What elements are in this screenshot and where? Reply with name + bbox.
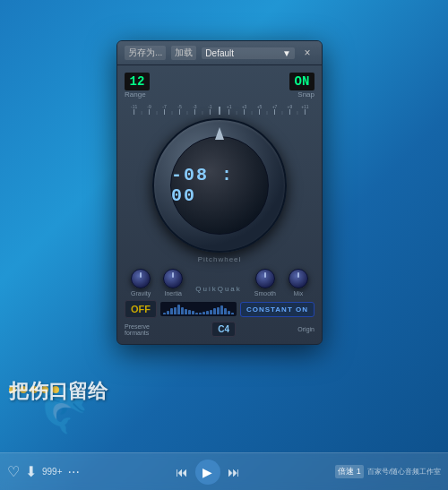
eq-bar xyxy=(231,313,234,314)
range-label: Range xyxy=(125,90,146,99)
pitchwheel-label: Pitchwheel xyxy=(198,255,242,263)
save-as-button[interactable]: 另存为... xyxy=(125,46,166,60)
eq-bar xyxy=(192,311,194,314)
svg-text:-1: -1 xyxy=(208,104,212,109)
dropdown-arrow-icon: ▼ xyxy=(282,48,291,58)
transport-controls: ⏮ ▶ ⏭ xyxy=(176,460,240,485)
svg-text:-9: -9 xyxy=(147,104,151,109)
speed-value: 1 xyxy=(357,467,361,476)
gravity-knob-unit: Gravity xyxy=(131,269,151,297)
knob-area: 12 Range ON Snap -11 -9 -7 -5 -3 xyxy=(117,65,322,344)
svg-text:-7: -7 xyxy=(162,104,167,109)
eq-bar xyxy=(174,307,177,314)
eq-bar xyxy=(181,307,184,314)
eq-bar xyxy=(224,308,227,314)
snap-display[interactable]: ON xyxy=(289,73,314,90)
svg-text:+11: +11 xyxy=(301,104,309,109)
preset-select[interactable]: Default ▼ xyxy=(202,47,295,59)
pitch-knob[interactable]: -08 : 00 xyxy=(152,118,287,253)
bottom-controls-row1: OFF xyxy=(125,300,314,318)
smooth-knob[interactable] xyxy=(255,269,275,288)
eq-bar xyxy=(167,311,169,314)
svg-text:-11: -11 xyxy=(131,104,137,109)
svg-text:-5: -5 xyxy=(177,104,182,109)
bottom-controls-row2: Preserve formants C4 Origin xyxy=(125,322,314,337)
c4-button[interactable]: C4 xyxy=(211,322,236,337)
brand-label: QuikQuak xyxy=(195,285,242,293)
svg-text:+5: +5 xyxy=(257,104,263,109)
gravity-knob[interactable] xyxy=(131,269,151,288)
pitch-display: -08 : 00 xyxy=(171,165,268,206)
brand-area: QuikQuak xyxy=(195,285,242,297)
preset-value: Default xyxy=(205,48,234,58)
small-knobs-row: Gravity Inertia QuikQuak Smooth Mix xyxy=(125,269,314,297)
knob-inner: -08 : 00 xyxy=(170,136,269,235)
preserve-label: Preserve formants xyxy=(125,323,150,336)
svg-text:+1: +1 xyxy=(227,104,232,109)
download-count: 999+ xyxy=(42,467,63,477)
range-control: 12 Range xyxy=(125,73,150,99)
source-label: 百家号/随心音频工作室 xyxy=(367,467,441,477)
eq-bar xyxy=(170,308,173,314)
eq-bar xyxy=(228,311,230,314)
plugin-window: 另存为... 加载 Default ▼ × 12 Range ON Snap -… xyxy=(116,40,323,345)
taskbar: ♡ ⬇ 999+ ··· ⏮ ▶ ⏭ 倍速 1 百家号/随心音频工作室 xyxy=(0,452,448,490)
mix-label: Mix xyxy=(293,290,303,297)
knob-pointer-icon xyxy=(215,127,224,140)
svg-text:+3: +3 xyxy=(242,104,247,109)
title-bar: 另存为... 加载 Default ▼ × xyxy=(117,41,322,65)
speed-badge[interactable]: 倍速 1 xyxy=(335,465,364,478)
eq-bar xyxy=(199,313,202,314)
snap-control: ON Snap xyxy=(289,73,314,99)
inertia-knob[interactable] xyxy=(163,269,183,288)
svg-text:+9: +9 xyxy=(288,104,293,109)
play-button[interactable]: ▶ xyxy=(195,460,220,485)
origin-label: Origin xyxy=(297,326,314,332)
constant-on-button[interactable]: CONSTANT ON xyxy=(240,302,314,317)
pitch-ruler: -11 -9 -7 -5 -3 -1 +1 +3 +5 +7 xyxy=(125,102,314,115)
eq-bar xyxy=(202,312,205,314)
eq-bar xyxy=(195,313,198,314)
svg-text:+7: +7 xyxy=(272,104,278,109)
close-button[interactable]: × xyxy=(300,46,314,60)
load-button[interactable]: 加载 xyxy=(171,46,196,60)
heart-icon[interactable]: ♡ xyxy=(7,463,20,480)
speed-label: 倍速 xyxy=(338,467,354,476)
inertia-label: Inertia xyxy=(164,290,181,297)
mix-knob[interactable] xyxy=(289,269,308,288)
bg-lyrics: 把伤口留给 xyxy=(9,378,108,405)
knob-outer: -08 : 00 xyxy=(152,118,287,253)
eq-bar xyxy=(177,305,180,314)
prev-button[interactable]: ⏮ xyxy=(176,465,188,479)
more-icon[interactable]: ··· xyxy=(68,464,80,480)
download-icon[interactable]: ⬇ xyxy=(25,463,37,480)
eq-bar xyxy=(213,308,216,314)
ruler-svg: -11 -9 -7 -5 -3 -1 +1 +3 +5 +7 xyxy=(125,102,314,115)
snap-label: Snap xyxy=(297,90,314,99)
smooth-knob-unit: Smooth xyxy=(254,269,276,297)
eq-bar xyxy=(185,309,187,314)
eq-bar xyxy=(188,310,191,314)
top-controls: 12 Range ON Snap xyxy=(125,73,314,99)
eq-bar xyxy=(163,313,166,314)
eq-display xyxy=(160,302,237,316)
off-button[interactable]: OFF xyxy=(125,300,157,318)
eq-bar xyxy=(220,305,223,314)
eq-bar xyxy=(210,310,212,314)
inertia-knob-unit: Inertia xyxy=(163,269,183,297)
next-button[interactable]: ⏭ xyxy=(228,465,240,479)
eq-bar xyxy=(217,307,220,314)
gravity-label: Gravity xyxy=(131,290,151,297)
mix-knob-unit: Mix xyxy=(289,269,308,297)
taskbar-right: 倍速 1 百家号/随心音频工作室 xyxy=(335,465,441,478)
eq-bar xyxy=(206,311,209,314)
smooth-label: Smooth xyxy=(254,290,276,297)
svg-text:-3: -3 xyxy=(193,104,197,109)
range-display[interactable]: 12 xyxy=(125,73,150,90)
